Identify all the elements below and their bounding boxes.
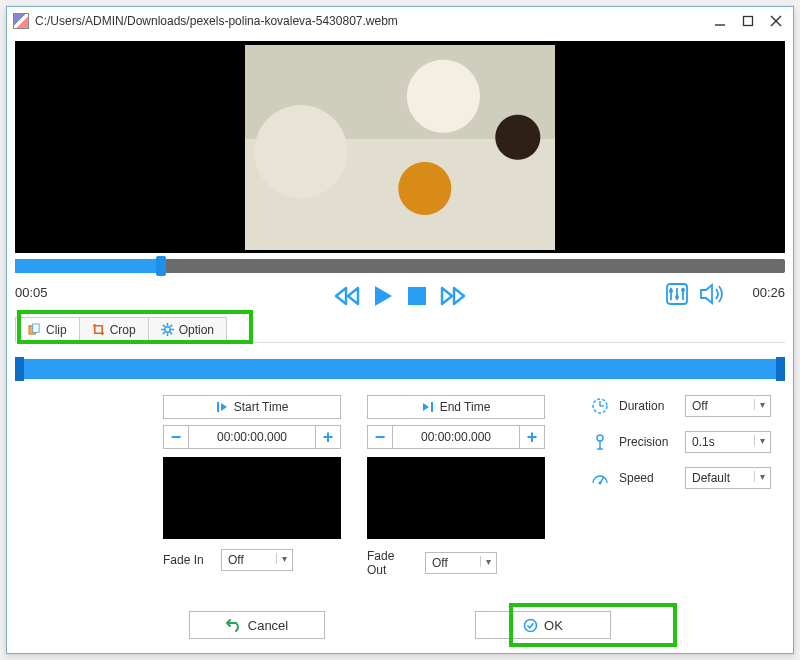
app-icon xyxy=(13,13,29,29)
playback-row: 00:05 00:26 xyxy=(15,279,785,313)
properties-column: Duration Off Precision 0.1s Speed Defaul… xyxy=(591,395,771,577)
clip-parameters: Start Time − 00:00:00.000 + Fade In Off … xyxy=(15,395,785,577)
tab-crop[interactable]: Crop xyxy=(79,317,149,342)
start-marker-icon xyxy=(216,401,228,413)
svg-rect-13 xyxy=(33,324,40,332)
speed-icon xyxy=(591,469,609,487)
current-time: 00:05 xyxy=(15,285,48,300)
forward-button[interactable] xyxy=(440,284,466,308)
start-time-button[interactable]: Start Time xyxy=(163,395,341,419)
precision-select[interactable]: 0.1s xyxy=(685,431,771,453)
start-time-value[interactable]: 00:00:00.000 xyxy=(189,425,315,449)
duration-label: Duration xyxy=(619,399,675,413)
seek-thumb[interactable] xyxy=(156,256,166,276)
svg-line-21 xyxy=(170,325,172,327)
tab-clip[interactable]: Clip xyxy=(15,317,80,342)
end-frame-thumbnail xyxy=(367,457,545,539)
stop-button[interactable] xyxy=(406,285,428,307)
dialog-buttons: Cancel OK xyxy=(7,611,793,639)
close-icon xyxy=(770,15,782,27)
start-time-label: Start Time xyxy=(234,400,289,414)
speed-row: Speed Default xyxy=(591,467,771,489)
titlebar: C:/Users/ADMIN/Downloads/pexels-polina-k… xyxy=(7,7,793,35)
maximize-button[interactable] xyxy=(735,11,761,31)
window-controls xyxy=(707,11,789,31)
svg-point-28 xyxy=(597,435,603,441)
svg-point-33 xyxy=(525,619,537,631)
preview-tools xyxy=(665,282,725,306)
gear-icon xyxy=(161,323,174,336)
app-window: C:/Users/ADMIN/Downloads/pexels-polina-k… xyxy=(6,6,794,654)
end-time-label: End Time xyxy=(440,400,491,414)
svg-point-32 xyxy=(599,482,602,485)
fade-out-label: Fade Out xyxy=(367,549,417,577)
speed-select[interactable]: Default xyxy=(685,467,771,489)
tab-option[interactable]: Option xyxy=(148,317,227,342)
svg-rect-1 xyxy=(744,17,753,26)
tab-option-label: Option xyxy=(179,323,214,337)
start-time-increment[interactable]: + xyxy=(315,425,341,449)
end-time-value[interactable]: 00:00:00.000 xyxy=(393,425,519,449)
transport-controls xyxy=(334,284,466,308)
clip-icon xyxy=(28,323,41,336)
precision-icon xyxy=(591,433,609,451)
svg-point-10 xyxy=(675,295,679,299)
clip-range-strip[interactable] xyxy=(15,359,785,379)
end-marker-icon xyxy=(422,401,434,413)
rewind-button[interactable] xyxy=(334,284,360,308)
svg-line-20 xyxy=(170,332,172,334)
end-time-decrement[interactable]: − xyxy=(367,425,393,449)
end-time-increment[interactable]: + xyxy=(519,425,545,449)
volume-icon[interactable] xyxy=(699,282,725,306)
svg-point-11 xyxy=(681,288,685,292)
precision-label: Precision xyxy=(619,435,675,449)
duration-select[interactable]: Off xyxy=(685,395,771,417)
seek-bar[interactable] xyxy=(15,259,785,273)
duration-row: Duration Off xyxy=(591,395,771,417)
video-preview[interactable] xyxy=(15,41,785,253)
svg-line-19 xyxy=(163,325,165,327)
start-frame-thumbnail xyxy=(163,457,341,539)
seek-fill xyxy=(15,259,161,273)
svg-point-9 xyxy=(669,289,673,293)
tab-bar: Clip Crop Option xyxy=(15,317,785,343)
duration-icon xyxy=(591,397,609,415)
crop-icon xyxy=(92,323,105,336)
end-column: End Time − 00:00:00.000 + Fade Out Off xyxy=(367,395,545,577)
settings-icon[interactable] xyxy=(665,282,689,306)
svg-point-14 xyxy=(164,327,170,333)
ok-label: OK xyxy=(544,618,563,633)
window-title: C:/Users/ADMIN/Downloads/pexels-polina-k… xyxy=(35,14,707,28)
speed-label: Speed xyxy=(619,471,675,485)
total-time: 00:26 xyxy=(752,285,785,300)
start-time-decrement[interactable]: − xyxy=(163,425,189,449)
content-area: 00:05 00:26 Clip Crop xyxy=(7,35,793,653)
tab-clip-label: Clip xyxy=(46,323,67,337)
undo-icon xyxy=(226,618,242,632)
play-button[interactable] xyxy=(372,284,394,308)
fade-out-select[interactable]: Off xyxy=(425,552,497,574)
minimize-icon xyxy=(714,15,726,27)
end-time-spinner: − 00:00:00.000 + xyxy=(367,425,545,449)
fade-in-select[interactable]: Off xyxy=(221,549,293,571)
start-column: Start Time − 00:00:00.000 + Fade In Off xyxy=(163,395,341,577)
cancel-label: Cancel xyxy=(248,618,288,633)
maximize-icon xyxy=(742,15,754,27)
close-button[interactable] xyxy=(763,11,789,31)
end-time-button[interactable]: End Time xyxy=(367,395,545,419)
minimize-button[interactable] xyxy=(707,11,733,31)
cancel-button[interactable]: Cancel xyxy=(189,611,325,639)
check-circle-icon xyxy=(523,618,538,633)
svg-rect-4 xyxy=(408,287,426,305)
start-time-spinner: − 00:00:00.000 + xyxy=(163,425,341,449)
video-frame-image xyxy=(245,45,555,250)
ok-button[interactable]: OK xyxy=(475,611,611,639)
fade-out-row: Fade Out Off xyxy=(367,549,545,577)
fade-in-row: Fade In Off xyxy=(163,549,341,571)
precision-row: Precision 0.1s xyxy=(591,431,771,453)
fade-in-label: Fade In xyxy=(163,553,213,567)
tab-crop-label: Crop xyxy=(110,323,136,337)
svg-line-22 xyxy=(163,332,165,334)
